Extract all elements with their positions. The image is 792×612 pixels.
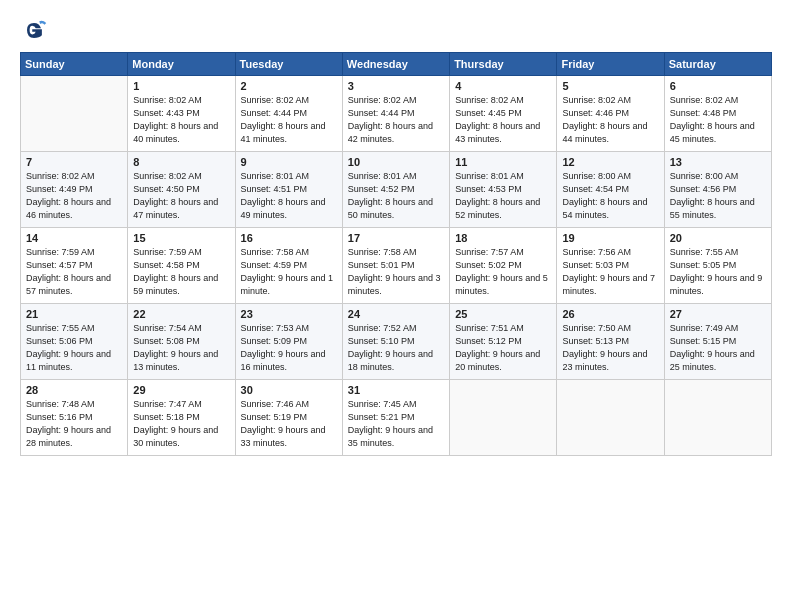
- day-number: 26: [562, 308, 658, 320]
- sunset-label: Sunset: 4:51 PM: [241, 184, 308, 194]
- day-number: 5: [562, 80, 658, 92]
- sunset-label: Sunset: 5:13 PM: [562, 336, 629, 346]
- sunrise-label: Sunrise: 8:00 AM: [670, 171, 739, 181]
- daylight-label: Daylight: 9 hours and 11 minutes.: [26, 349, 111, 372]
- daylight-label: Daylight: 8 hours and 57 minutes.: [26, 273, 111, 296]
- day-info: Sunrise: 7:50 AMSunset: 5:13 PMDaylight:…: [562, 322, 658, 374]
- day-info: Sunrise: 7:54 AMSunset: 5:08 PMDaylight:…: [133, 322, 229, 374]
- day-info: Sunrise: 8:01 AMSunset: 4:51 PMDaylight:…: [241, 170, 337, 222]
- daylight-label: Daylight: 9 hours and 5 minutes.: [455, 273, 548, 296]
- day-info: Sunrise: 7:45 AMSunset: 5:21 PMDaylight:…: [348, 398, 444, 450]
- daylight-label: Daylight: 9 hours and 33 minutes.: [241, 425, 326, 448]
- daylight-label: Daylight: 8 hours and 49 minutes.: [241, 197, 326, 220]
- day-cell: [21, 76, 128, 152]
- day-cell: 26Sunrise: 7:50 AMSunset: 5:13 PMDayligh…: [557, 304, 664, 380]
- day-info: Sunrise: 8:01 AMSunset: 4:53 PMDaylight:…: [455, 170, 551, 222]
- day-info: Sunrise: 7:47 AMSunset: 5:18 PMDaylight:…: [133, 398, 229, 450]
- sunset-label: Sunset: 4:46 PM: [562, 108, 629, 118]
- week-row-3: 14Sunrise: 7:59 AMSunset: 4:57 PMDayligh…: [21, 228, 772, 304]
- day-cell: 29Sunrise: 7:47 AMSunset: 5:18 PMDayligh…: [128, 380, 235, 456]
- daylight-label: Daylight: 8 hours and 47 minutes.: [133, 197, 218, 220]
- day-cell: 22Sunrise: 7:54 AMSunset: 5:08 PMDayligh…: [128, 304, 235, 380]
- day-number: 20: [670, 232, 766, 244]
- day-header-saturday: Saturday: [664, 53, 771, 76]
- sunset-label: Sunset: 4:56 PM: [670, 184, 737, 194]
- sunset-label: Sunset: 5:19 PM: [241, 412, 308, 422]
- day-cell: [664, 380, 771, 456]
- day-cell: 28Sunrise: 7:48 AMSunset: 5:16 PMDayligh…: [21, 380, 128, 456]
- sunrise-label: Sunrise: 8:02 AM: [455, 95, 524, 105]
- day-number: 4: [455, 80, 551, 92]
- daylight-label: Daylight: 8 hours and 52 minutes.: [455, 197, 540, 220]
- day-number: 30: [241, 384, 337, 396]
- day-cell: 18Sunrise: 7:57 AMSunset: 5:02 PMDayligh…: [450, 228, 557, 304]
- day-cell: 17Sunrise: 7:58 AMSunset: 5:01 PMDayligh…: [342, 228, 449, 304]
- day-info: Sunrise: 7:58 AMSunset: 5:01 PMDaylight:…: [348, 246, 444, 298]
- sunset-label: Sunset: 5:10 PM: [348, 336, 415, 346]
- day-header-monday: Monday: [128, 53, 235, 76]
- logo-icon: [20, 16, 48, 44]
- daylight-label: Daylight: 9 hours and 35 minutes.: [348, 425, 433, 448]
- sunrise-label: Sunrise: 7:46 AM: [241, 399, 310, 409]
- day-number: 22: [133, 308, 229, 320]
- day-number: 18: [455, 232, 551, 244]
- sunset-label: Sunset: 5:15 PM: [670, 336, 737, 346]
- sunrise-label: Sunrise: 7:50 AM: [562, 323, 631, 333]
- daylight-label: Daylight: 8 hours and 46 minutes.: [26, 197, 111, 220]
- sunrise-label: Sunrise: 8:02 AM: [26, 171, 95, 181]
- day-header-sunday: Sunday: [21, 53, 128, 76]
- sunrise-label: Sunrise: 7:58 AM: [241, 247, 310, 257]
- day-info: Sunrise: 8:02 AMSunset: 4:50 PMDaylight:…: [133, 170, 229, 222]
- day-cell: 24Sunrise: 7:52 AMSunset: 5:10 PMDayligh…: [342, 304, 449, 380]
- sunset-label: Sunset: 4:58 PM: [133, 260, 200, 270]
- day-cell: 13Sunrise: 8:00 AMSunset: 4:56 PMDayligh…: [664, 152, 771, 228]
- sunrise-label: Sunrise: 8:01 AM: [241, 171, 310, 181]
- sunset-label: Sunset: 4:49 PM: [26, 184, 93, 194]
- day-cell: 21Sunrise: 7:55 AMSunset: 5:06 PMDayligh…: [21, 304, 128, 380]
- day-number: 14: [26, 232, 122, 244]
- day-number: 2: [241, 80, 337, 92]
- day-cell: 3Sunrise: 8:02 AMSunset: 4:44 PMDaylight…: [342, 76, 449, 152]
- daylight-label: Daylight: 9 hours and 30 minutes.: [133, 425, 218, 448]
- day-cell: 11Sunrise: 8:01 AMSunset: 4:53 PMDayligh…: [450, 152, 557, 228]
- sunset-label: Sunset: 4:57 PM: [26, 260, 93, 270]
- sunset-label: Sunset: 5:16 PM: [26, 412, 93, 422]
- week-row-2: 7Sunrise: 8:02 AMSunset: 4:49 PMDaylight…: [21, 152, 772, 228]
- sunrise-label: Sunrise: 7:45 AM: [348, 399, 417, 409]
- day-number: 15: [133, 232, 229, 244]
- sunrise-label: Sunrise: 8:02 AM: [133, 95, 202, 105]
- sunrise-label: Sunrise: 7:51 AM: [455, 323, 524, 333]
- sunset-label: Sunset: 5:08 PM: [133, 336, 200, 346]
- daylight-label: Daylight: 8 hours and 42 minutes.: [348, 121, 433, 144]
- sunrise-label: Sunrise: 7:56 AM: [562, 247, 631, 257]
- day-cell: 30Sunrise: 7:46 AMSunset: 5:19 PMDayligh…: [235, 380, 342, 456]
- sunrise-label: Sunrise: 7:52 AM: [348, 323, 417, 333]
- sunrise-label: Sunrise: 7:54 AM: [133, 323, 202, 333]
- logo: [20, 16, 52, 44]
- sunrise-label: Sunrise: 7:48 AM: [26, 399, 95, 409]
- daylight-label: Daylight: 8 hours and 54 minutes.: [562, 197, 647, 220]
- day-number: 23: [241, 308, 337, 320]
- day-header-thursday: Thursday: [450, 53, 557, 76]
- day-info: Sunrise: 7:52 AMSunset: 5:10 PMDaylight:…: [348, 322, 444, 374]
- daylight-label: Daylight: 8 hours and 50 minutes.: [348, 197, 433, 220]
- day-info: Sunrise: 8:01 AMSunset: 4:52 PMDaylight:…: [348, 170, 444, 222]
- day-header-tuesday: Tuesday: [235, 53, 342, 76]
- day-info: Sunrise: 8:02 AMSunset: 4:45 PMDaylight:…: [455, 94, 551, 146]
- day-info: Sunrise: 7:48 AMSunset: 5:16 PMDaylight:…: [26, 398, 122, 450]
- sunrise-label: Sunrise: 7:57 AM: [455, 247, 524, 257]
- sunset-label: Sunset: 5:06 PM: [26, 336, 93, 346]
- day-number: 3: [348, 80, 444, 92]
- sunrise-label: Sunrise: 8:01 AM: [348, 171, 417, 181]
- day-header-friday: Friday: [557, 53, 664, 76]
- daylight-label: Daylight: 8 hours and 43 minutes.: [455, 121, 540, 144]
- sunset-label: Sunset: 5:01 PM: [348, 260, 415, 270]
- sunrise-label: Sunrise: 8:02 AM: [241, 95, 310, 105]
- day-info: Sunrise: 7:51 AMSunset: 5:12 PMDaylight:…: [455, 322, 551, 374]
- day-cell: 16Sunrise: 7:58 AMSunset: 4:59 PMDayligh…: [235, 228, 342, 304]
- sunrise-label: Sunrise: 8:02 AM: [562, 95, 631, 105]
- sunrise-label: Sunrise: 8:02 AM: [670, 95, 739, 105]
- day-number: 1: [133, 80, 229, 92]
- day-cell: 20Sunrise: 7:55 AMSunset: 5:05 PMDayligh…: [664, 228, 771, 304]
- day-cell: 23Sunrise: 7:53 AMSunset: 5:09 PMDayligh…: [235, 304, 342, 380]
